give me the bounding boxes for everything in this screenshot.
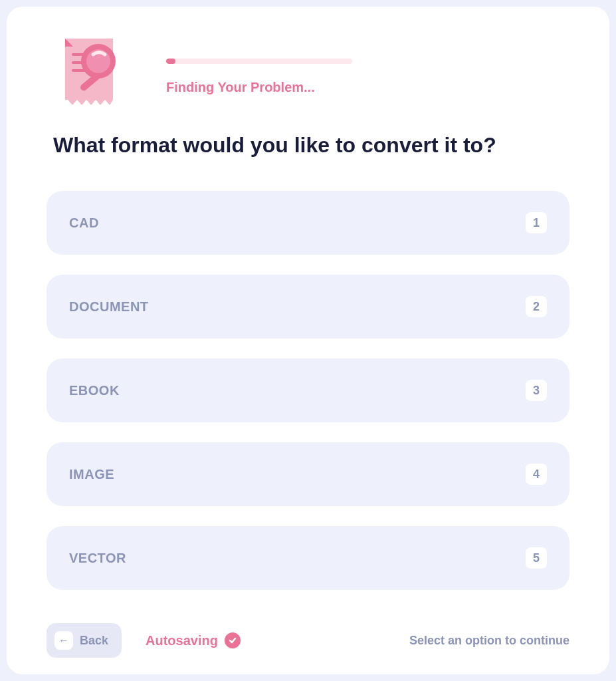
footer-row: ← Back Autosaving Select an option to co…: [47, 623, 569, 658]
back-button-label: Back: [80, 634, 108, 648]
option-ebook[interactable]: EBOOK 3: [47, 358, 569, 422]
options-list: CAD 1 DOCUMENT 2 EBOOK 3 IMAGE 4 VECTOR …: [47, 191, 569, 590]
check-icon: [225, 632, 241, 648]
document-search-icon: [47, 33, 126, 113]
arrow-left-icon: ←: [54, 631, 73, 650]
progress-status-text: Finding Your Problem...: [166, 80, 569, 95]
option-label: DOCUMENT: [69, 299, 149, 315]
option-label: CAD: [69, 215, 99, 231]
autosaving-label: Autosaving: [146, 633, 218, 648]
progress-section: Finding Your Problem...: [166, 52, 569, 95]
option-label: EBOOK: [69, 383, 120, 398]
option-document[interactable]: DOCUMENT 2: [47, 275, 569, 339]
autosaving-status: Autosaving: [146, 632, 241, 648]
form-card: Finding Your Problem... What format woul…: [7, 7, 609, 674]
option-number-badge: 2: [526, 296, 547, 317]
option-number-badge: 3: [526, 380, 547, 401]
back-button[interactable]: ← Back: [47, 623, 122, 658]
option-image[interactable]: IMAGE 4: [47, 442, 569, 506]
option-number-badge: 1: [526, 212, 547, 233]
option-cad[interactable]: CAD 1: [47, 191, 569, 255]
progress-fill: [166, 59, 175, 64]
question-title: What format would you like to convert it…: [53, 133, 569, 158]
option-vector[interactable]: VECTOR 5: [47, 526, 569, 590]
header-row: Finding Your Problem...: [47, 33, 569, 113]
option-number-badge: 4: [526, 464, 547, 485]
option-label: IMAGE: [69, 467, 114, 482]
progress-bar: [166, 59, 352, 64]
option-label: VECTOR: [69, 551, 126, 566]
footer-left: ← Back Autosaving: [47, 623, 241, 658]
option-number-badge: 5: [526, 547, 547, 569]
continue-hint: Select an option to continue: [409, 634, 569, 648]
